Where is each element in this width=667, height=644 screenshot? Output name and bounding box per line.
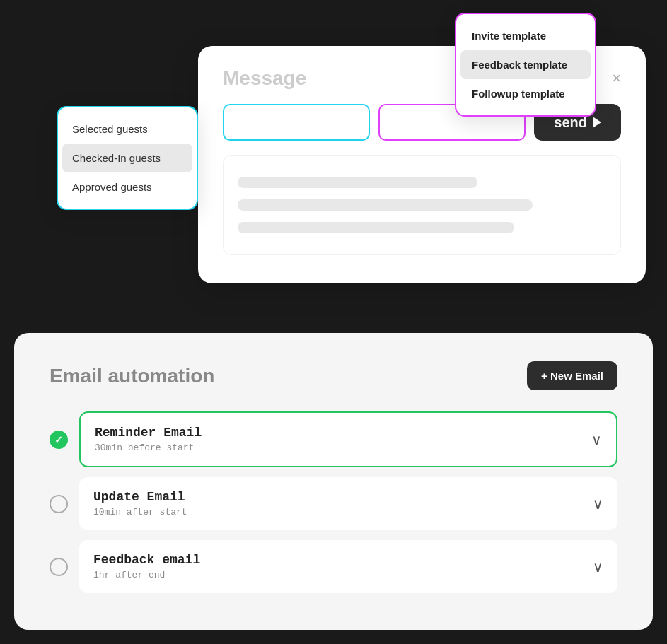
email-card-content-update: Update Email 10min after start bbox=[93, 490, 187, 517]
scene: Email automation + New Email ✓ Reminder … bbox=[0, 0, 667, 644]
email-automation-title: Email automation bbox=[50, 365, 214, 387]
chevron-down-icon-reminder: ∨ bbox=[591, 431, 602, 448]
email-card-title-update: Update Email bbox=[93, 490, 187, 504]
content-line-3 bbox=[238, 222, 514, 233]
modal-content-area bbox=[223, 155, 621, 255]
email-card-title-feedback: Feedback email bbox=[93, 553, 200, 567]
guest-option-checked-in[interactable]: Checked-In guests bbox=[62, 144, 192, 172]
email-list: ✓ Reminder Email 30min before start ∨ Up… bbox=[50, 411, 617, 593]
template-option-invite[interactable]: Invite template bbox=[456, 21, 595, 50]
content-line-1 bbox=[238, 177, 477, 188]
email-card-title-reminder: Reminder Email bbox=[95, 426, 202, 440]
template-dropdown: Invite template Feedback template Follow… bbox=[455, 13, 596, 117]
content-line-2 bbox=[238, 199, 533, 211]
template-option-feedback[interactable]: Feedback template bbox=[460, 50, 591, 79]
email-item-row-reminder: ✓ Reminder Email 30min before start ∨ bbox=[50, 411, 617, 467]
guest-option-approved[interactable]: Approved guests bbox=[58, 172, 197, 201]
email-automation-header: Email automation + New Email bbox=[50, 361, 617, 390]
email-card-subtitle-update: 10min after start bbox=[93, 507, 187, 517]
send-arrow-icon bbox=[593, 117, 601, 128]
chevron-down-icon-feedback: ∨ bbox=[593, 558, 603, 575]
template-option-followup[interactable]: Followup template bbox=[456, 79, 595, 108]
email-card-update[interactable]: Update Email 10min after start ∨ bbox=[79, 477, 617, 530]
status-indicator-reminder: ✓ bbox=[50, 431, 68, 449]
email-card-reminder[interactable]: Reminder Email 30min before start ∨ bbox=[79, 411, 617, 467]
email-card-subtitle-reminder: 30min before start bbox=[95, 443, 202, 453]
modal-close-button[interactable]: × bbox=[612, 69, 621, 88]
email-card-content-feedback: Feedback email 1hr after end bbox=[93, 553, 200, 580]
status-indicator-feedback bbox=[50, 558, 68, 576]
guest-option-selected[interactable]: Selected guests bbox=[58, 115, 197, 144]
email-item-row-feedback: Feedback email 1hr after end ∨ bbox=[50, 540, 617, 593]
chevron-down-icon-update: ∨ bbox=[593, 496, 603, 513]
new-email-button[interactable]: + New Email bbox=[527, 361, 617, 390]
status-indicator-update bbox=[50, 495, 68, 513]
modal-title: Message bbox=[223, 67, 306, 90]
guest-dropdown: Selected guests Checked-In guests Approv… bbox=[57, 106, 198, 210]
email-card-feedback[interactable]: Feedback email 1hr after end ∨ bbox=[79, 540, 617, 593]
email-card-content-reminder: Reminder Email 30min before start bbox=[95, 426, 202, 453]
modal-input-cyan[interactable] bbox=[223, 104, 370, 141]
email-item-row-update: Update Email 10min after start ∨ bbox=[50, 477, 617, 530]
checkmark-icon: ✓ bbox=[54, 434, 63, 445]
email-automation-card: Email automation + New Email ✓ Reminder … bbox=[14, 333, 653, 630]
email-card-subtitle-feedback: 1hr after end bbox=[93, 570, 200, 580]
